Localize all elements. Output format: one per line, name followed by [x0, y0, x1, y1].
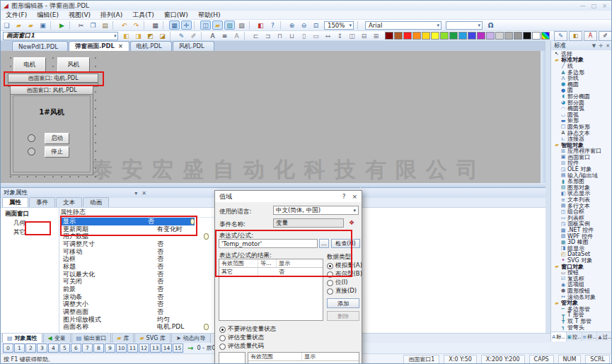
new-file-icon[interactable]: ❏ [1, 20, 12, 30]
layers-icon[interactable]: ◫ [200, 20, 211, 30]
separator[interactable] [201, 32, 205, 40]
evaluation-radio[interactable]: 评估质量代码 [219, 342, 276, 351]
layer-button[interactable]: 11 [127, 344, 138, 353]
palette-tab[interactable]: ▣ 控.. [567, 332, 582, 341]
save-icon[interactable]: ▣ [37, 20, 48, 30]
layer-button[interactable]: 3 [37, 344, 47, 353]
layer-button[interactable]: 13 [150, 344, 161, 353]
separator[interactable] [50, 21, 54, 30]
properties-tab[interactable]: 事件 [29, 197, 55, 207]
layer-button[interactable]: 2 [25, 344, 36, 353]
bulb-icon[interactable] [204, 324, 209, 330]
result-table[interactable]: 有效范围 等... 显示 其它 否 [219, 259, 323, 321]
document-tab[interactable]: 电机.PDL [130, 41, 172, 51]
font-size-select[interactable]: ▾ [446, 21, 483, 30]
chevron-down-icon[interactable]: ▾ [134, 190, 137, 196]
datatype-radio[interactable]: 位(I) [327, 278, 362, 287]
print-icon[interactable]: ▦ [150, 20, 161, 30]
layer-button[interactable]: 6 [71, 344, 81, 353]
tab-close-icon[interactable]: × [118, 43, 123, 49]
object-tree-item[interactable]: ┓ 管弯头 [551, 324, 612, 331]
object-tree-item[interactable]: Λ 折线 [551, 75, 612, 81]
layer-button[interactable]: 12 [139, 344, 149, 353]
radio-icon[interactable] [219, 327, 226, 333]
properties-tab[interactable]: 动画 [83, 197, 109, 207]
datatype-radio[interactable]: 布尔型(B) [327, 270, 362, 278]
expression-input[interactable]: 'Temp_motor' [219, 239, 318, 248]
datatype-radio[interactable]: 直接(D) [327, 287, 362, 295]
align-bottom-icon[interactable]: ⊔ [287, 31, 297, 40]
panel-splitter[interactable] [545, 41, 550, 341]
undo-icon[interactable]: ↶ [119, 20, 129, 30]
text-align-icon[interactable]: ≡ [219, 31, 230, 40]
tree-item[interactable]: 其它 [1, 228, 59, 237]
variable-icon[interactable]: ❖ [349, 219, 354, 226]
copy-icon[interactable]: ❐ [88, 20, 98, 30]
separator[interactable] [249, 21, 253, 30]
color-swatch[interactable] [440, 32, 449, 40]
palette-tab[interactable]: ▲ 过.. [597, 332, 612, 341]
open-icon[interactable]: ▰ [13, 20, 24, 30]
layer-button[interactable]: 8 [93, 344, 104, 353]
separator[interactable] [144, 21, 148, 30]
text-direction-icon[interactable]: A [207, 31, 218, 40]
library-icon[interactable]: ▰ [212, 20, 223, 30]
object-tree-item[interactable]: ● 椭圆 [551, 81, 612, 88]
picture-window-fan[interactable]: 画面窗口: 风机.PDL 1#风机 启动 停止 [10, 86, 93, 175]
color-swatch[interactable] [486, 32, 495, 40]
drawing-canvas[interactable]: 泰安宏盛自动化科技有限公司 电机 风机 画面窗口: 电机.PDL 画面窗口: 风… [1, 51, 545, 183]
datatype-radio[interactable]: 模拟量(A) [327, 262, 362, 270]
tree-item[interactable]: 几何 [1, 218, 59, 228]
start-button[interactable]: 启动 [45, 133, 69, 144]
radio-icon[interactable] [327, 271, 333, 278]
color-swatch[interactable] [385, 32, 393, 40]
palette-tab[interactable]: A 标.. [551, 332, 567, 341]
dialog-title-bar[interactable]: 值域 ? × [215, 191, 362, 202]
layer-button[interactable]: 15 [173, 344, 183, 353]
dialog-close-button[interactable]: × [352, 193, 357, 200]
document-tab[interactable]: 风机.PDL [173, 41, 214, 51]
color-swatch[interactable] [403, 32, 412, 40]
menu-item[interactable]: 文件(F) [1, 11, 32, 20]
menu-item[interactable]: 帮助(H) [193, 11, 226, 20]
object-tree-item[interactable]: ◡ 圆弧 [551, 112, 612, 118]
maximize-button[interactable]: □ [591, 3, 597, 9]
tree-root-label[interactable]: 画面窗口 [1, 208, 59, 218]
zoom-fit-icon[interactable]: ⊡ [311, 20, 321, 30]
pattern-style-icon[interactable]: ◩ [145, 31, 156, 40]
layer-button[interactable]: 5 [59, 344, 70, 353]
layer-button[interactable]: 7 [82, 344, 93, 353]
color-swatch[interactable] [431, 32, 439, 40]
text-style-icon[interactable]: A [231, 31, 242, 40]
dock-panel-tab[interactable]: ▰ SVG 库 [134, 334, 170, 344]
object-tree-item[interactable]: ▰ 窗口对象 [551, 264, 612, 270]
zoom-select[interactable]: 150%▾ [324, 21, 354, 30]
separator[interactable] [244, 32, 248, 40]
color-swatch[interactable] [514, 32, 522, 40]
run-icon[interactable]: ▶ [57, 20, 67, 30]
window-object-select[interactable]: 画面窗口1▾ [3, 32, 118, 40]
dock-panel-tab[interactable]: ➤ 动态向导 [171, 334, 211, 344]
pen-style-icon[interactable]: ✎ [176, 31, 187, 40]
pin-icon[interactable]: ✛ [599, 43, 603, 49]
menu-item[interactable]: 排列(A) [96, 11, 127, 20]
separator[interactable] [163, 21, 167, 30]
font-family-select[interactable]: Arial▾ [365, 21, 441, 30]
eraser-icon[interactable]: ✐ [188, 31, 199, 40]
same-size-icon[interactable]: ⊞ [371, 31, 381, 40]
object-tree-item[interactable]: ↔ 滚动条对象 [551, 294, 612, 300]
color-swatch[interactable] [504, 32, 513, 40]
redo-icon[interactable]: ↷ [131, 20, 142, 30]
language-select[interactable]: 中文(简体, 中国) ▾ [273, 206, 359, 215]
layer-button[interactable]: 4 [48, 344, 59, 353]
help-icon[interactable]: ? [267, 20, 278, 30]
dock-panel-tab[interactable]: ▰ 库 [112, 334, 134, 344]
radio-icon[interactable] [327, 263, 333, 269]
palette-tab[interactable]: ≡ 样.. [582, 332, 598, 341]
color-swatch[interactable] [495, 32, 504, 40]
color-swatch[interactable] [468, 32, 476, 40]
align-right-icon[interactable]: ⊐ [262, 31, 273, 40]
color-swatch[interactable] [412, 32, 421, 40]
center-horizontal-icon[interactable]: ▯ [299, 31, 309, 40]
fill-style-icon[interactable]: ◧ [121, 31, 132, 40]
